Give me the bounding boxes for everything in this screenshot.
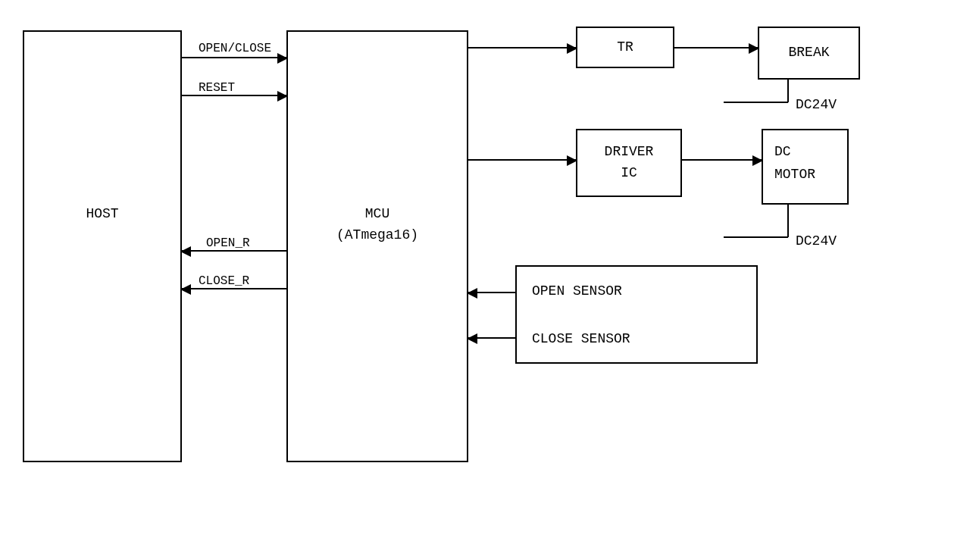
arrow-tr-break <box>674 47 758 48</box>
hook-dc24v-motor <box>724 203 792 241</box>
break-block: BREAK <box>758 27 860 80</box>
arrow-open-r <box>182 250 286 252</box>
host-label: HOST <box>26 206 179 223</box>
mcu-label-line1: MCU <box>289 206 465 223</box>
mcu-block: MCU (ATmega16) <box>286 30 468 462</box>
arrow-open-sensor <box>468 292 515 293</box>
arrow-driver-dcmotor <box>682 159 762 161</box>
driver-ic-block: DRIVER IC <box>576 129 682 197</box>
diagram-canvas: HOST MCU (ATmega16) TR BREAK DRIVER IC D… <box>0 0 954 560</box>
sensor-block: OPEN SENSOR CLOSE SENSOR <box>515 265 758 364</box>
mcu-label-line2: (ATmega16) <box>289 227 465 244</box>
arrow-mcu-driver <box>468 159 576 161</box>
label-open-r: OPEN_R <box>206 237 250 249</box>
hook-dc24v-break <box>724 78 792 108</box>
label-dc24v-2: DC24V <box>796 233 837 249</box>
label-dc24v-1: DC24V <box>796 97 837 112</box>
arrow-close-r <box>182 288 286 289</box>
label-open-close: OPEN/CLOSE <box>199 42 271 55</box>
tr-label: TR <box>579 39 671 56</box>
driver-label-line1: DRIVER <box>579 144 679 161</box>
close-sensor-label: CLOSE SENSOR <box>532 331 630 348</box>
arrow-reset <box>182 95 286 96</box>
arrow-close-sensor <box>468 337 515 339</box>
label-reset: RESET <box>199 82 235 94</box>
dc-motor-block: DC MOTOR <box>762 129 849 205</box>
driver-label-line2: IC <box>579 165 679 182</box>
dcmotor-label-line1: DC <box>774 144 846 161</box>
break-label: BREAK <box>761 45 857 61</box>
host-block: HOST <box>23 30 182 462</box>
label-close-r: CLOSE_R <box>199 275 249 287</box>
arrow-open-close <box>182 57 286 58</box>
tr-block: TR <box>576 27 674 68</box>
arrow-mcu-tr <box>468 47 576 48</box>
dcmotor-label-line2: MOTOR <box>774 167 846 183</box>
open-sensor-label: OPEN SENSOR <box>532 283 622 300</box>
